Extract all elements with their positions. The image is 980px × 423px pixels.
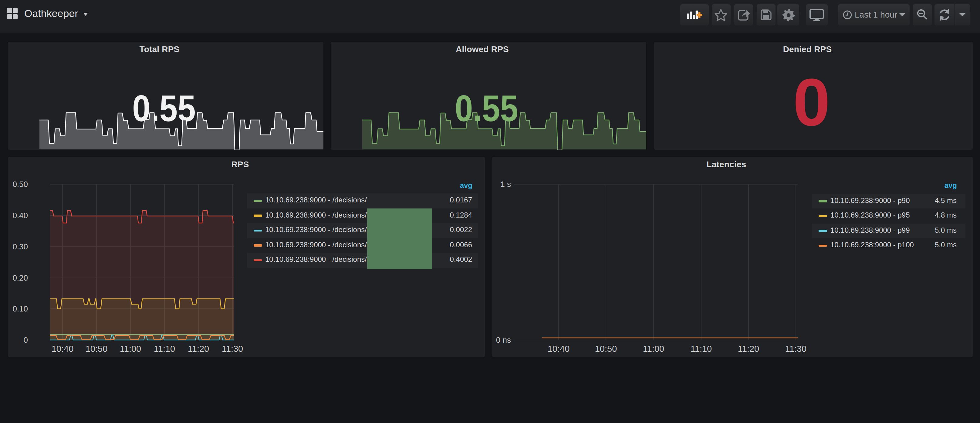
svg-text:11:20: 11:20	[188, 344, 209, 353]
svg-text:0.50: 0.50	[12, 179, 28, 189]
svg-text:0.30: 0.30	[12, 242, 28, 251]
svg-text:0: 0	[23, 335, 28, 344]
svg-text:11:00: 11:00	[119, 344, 141, 353]
svg-text:11:30: 11:30	[221, 344, 243, 353]
svg-text:10:40: 10:40	[548, 344, 570, 353]
svg-text:0.10: 0.10	[12, 304, 28, 313]
svg-text:10:40: 10:40	[51, 344, 73, 353]
svg-text:0 ns: 0 ns	[496, 335, 511, 344]
svg-text:11:10: 11:10	[690, 344, 712, 353]
svg-text:10:50: 10:50	[595, 344, 617, 353]
svg-text:1 s: 1 s	[500, 179, 511, 189]
svg-text:0.20: 0.20	[12, 273, 28, 282]
svg-text:11:10: 11:10	[154, 344, 175, 353]
svg-text:10:50: 10:50	[85, 344, 107, 353]
svg-text:11:00: 11:00	[643, 344, 664, 353]
svg-text:11:20: 11:20	[738, 344, 759, 353]
svg-text:0.40: 0.40	[12, 211, 28, 220]
svg-text:11:30: 11:30	[785, 344, 807, 353]
